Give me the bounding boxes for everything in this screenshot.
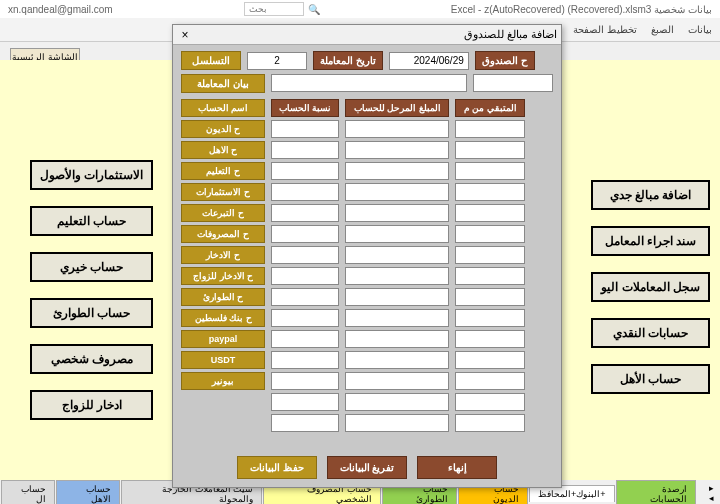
amount-input[interactable]: [345, 414, 449, 432]
add-funds-dialog: اضافة مبالغ للصندوق × ح الصندوق تاريخ ال…: [172, 24, 562, 488]
account-label[interactable]: ح المصروفات: [181, 225, 265, 243]
serial-input[interactable]: [247, 52, 307, 70]
bg-button[interactable]: حساب الطوارئ: [30, 298, 153, 328]
pct-input[interactable]: [271, 162, 339, 180]
exit-button[interactable]: إنهاء: [417, 456, 497, 479]
remain-input[interactable]: [455, 183, 525, 201]
pct-input[interactable]: [271, 330, 339, 348]
account-label[interactable]: ح بنك فلسطين: [181, 309, 265, 327]
sheet-tab[interactable]: ارصدة الحسابات: [616, 480, 696, 505]
pct-input[interactable]: [271, 414, 339, 432]
amount-input[interactable]: [345, 225, 449, 243]
bg-button[interactable]: حساب خيري: [30, 252, 153, 282]
close-icon[interactable]: ×: [177, 27, 193, 43]
remain-input[interactable]: [455, 246, 525, 264]
ribbon-tab[interactable]: تخطيط الصفحة: [573, 24, 637, 35]
amount-input[interactable]: [345, 204, 449, 222]
col-name-header: اسم الحساب: [181, 99, 265, 117]
user-email: xn.qandeal@gmail.com: [8, 4, 113, 15]
serial-label: التسلسل: [181, 51, 241, 70]
account-label[interactable]: paypal: [181, 330, 265, 348]
bg-button[interactable]: اضافة مبالغ جدي: [591, 180, 710, 210]
sheet-tab[interactable]: حساب ال: [1, 480, 55, 505]
pct-input[interactable]: [271, 309, 339, 327]
remain-input[interactable]: [455, 267, 525, 285]
remain-input[interactable]: [455, 141, 525, 159]
amount-input[interactable]: [345, 393, 449, 411]
account-label[interactable]: USDT: [181, 351, 265, 369]
amount-input[interactable]: [345, 288, 449, 306]
pct-input[interactable]: [271, 246, 339, 264]
clear-button[interactable]: تفريغ البيانات: [327, 456, 407, 479]
search-input[interactable]: [244, 2, 304, 16]
ribbon-tab[interactable]: الصبغ: [651, 24, 674, 35]
sheet-tab[interactable]: حساب الاهل: [56, 480, 120, 505]
amount-input[interactable]: [345, 330, 449, 348]
remain-input[interactable]: [455, 351, 525, 369]
pct-input[interactable]: [271, 120, 339, 138]
pct-input[interactable]: [271, 372, 339, 390]
bg-button[interactable]: حساب التعليم: [30, 206, 153, 236]
remain-input[interactable]: [455, 393, 525, 411]
bg-button[interactable]: مصروف شخصي: [30, 344, 153, 374]
pct-input[interactable]: [271, 183, 339, 201]
amount-input[interactable]: [345, 309, 449, 327]
account-label[interactable]: ح الادخار: [181, 246, 265, 264]
amount-input[interactable]: [345, 267, 449, 285]
search-icon: 🔍: [308, 4, 320, 15]
amount-input[interactable]: [345, 372, 449, 390]
account-label[interactable]: ح الادخار للزواج: [181, 267, 265, 285]
account-label[interactable]: ح الديون: [181, 120, 265, 138]
save-button[interactable]: حفظ البيانات: [237, 456, 317, 479]
tabs-nav-icon[interactable]: ▸ ◂: [696, 483, 720, 503]
amount-input[interactable]: [345, 141, 449, 159]
pct-input[interactable]: [271, 141, 339, 159]
col-pct-header: نسبة الحساب: [271, 99, 339, 117]
remain-input[interactable]: [455, 309, 525, 327]
app-titlebar: xn.qandeal@gmail.com 🔍 Excel - z(AutoRec…: [0, 0, 720, 18]
amount-input[interactable]: [345, 162, 449, 180]
account-label[interactable]: ح التبرعات: [181, 204, 265, 222]
ribbon-tab[interactable]: بيانات: [688, 24, 712, 35]
remain-input[interactable]: [455, 330, 525, 348]
desc-input[interactable]: [271, 74, 467, 92]
pct-input[interactable]: [271, 393, 339, 411]
fund-label[interactable]: ح الصندوق: [475, 51, 535, 70]
bg-button[interactable]: حسابات النقدي: [591, 318, 710, 348]
account-label[interactable]: ح الاهل: [181, 141, 265, 159]
bg-button[interactable]: الاستثمارات والأصول: [30, 160, 153, 190]
amount-input[interactable]: [345, 246, 449, 264]
bg-button[interactable]: ادخار للزواج: [30, 390, 153, 420]
pct-input[interactable]: [271, 204, 339, 222]
pct-input[interactable]: [271, 351, 339, 369]
pct-input[interactable]: [271, 267, 339, 285]
remain-input[interactable]: [455, 120, 525, 138]
amount-input[interactable]: [345, 183, 449, 201]
account-label[interactable]: ح التعليم: [181, 162, 265, 180]
remain-input[interactable]: [455, 204, 525, 222]
remain-input[interactable]: [455, 225, 525, 243]
date-input[interactable]: [389, 52, 469, 70]
remain-input[interactable]: [455, 162, 525, 180]
remain-input[interactable]: [455, 414, 525, 432]
date-label: تاريخ المعاملة: [313, 51, 383, 70]
doc-title: Excel - z(AutoRecovered) (Recovered).xls…: [451, 4, 712, 15]
amount-input[interactable]: [345, 120, 449, 138]
amount-input[interactable]: [345, 351, 449, 369]
col-amount-header: المبلغ المرحل للحساب: [345, 99, 449, 117]
dialog-title: اضافة مبالغ للصندوق: [464, 28, 557, 41]
bg-button[interactable]: حساب الأهل: [591, 364, 710, 394]
account-label[interactable]: ح الاستثمارات: [181, 183, 265, 201]
account-label[interactable]: ح الطوارئ: [181, 288, 265, 306]
pct-input[interactable]: [271, 288, 339, 306]
remain-input[interactable]: [455, 288, 525, 306]
account-label[interactable]: بيونير: [181, 372, 265, 390]
bg-button[interactable]: سجل المعاملات اليو: [591, 272, 710, 302]
col-remain-header: المتبقي من م: [455, 99, 525, 117]
fund-val-input[interactable]: [473, 74, 553, 92]
pct-input[interactable]: [271, 225, 339, 243]
bg-button[interactable]: سند اجراء المعامل: [591, 226, 710, 256]
remain-input[interactable]: [455, 372, 525, 390]
desc-label: بيان المعاملة: [181, 74, 265, 93]
